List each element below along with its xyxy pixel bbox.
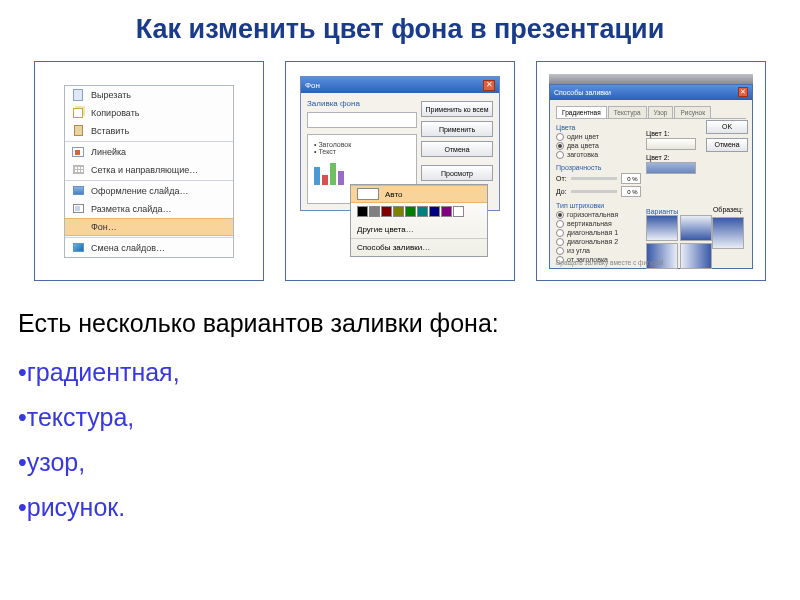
screenshot-context-menu: Вырезать Копировать Вставить Линейка Сет…	[34, 61, 264, 281]
screenshot-gradient-dialog: Способы заливки ✕ Градиентная Текстура У…	[536, 61, 766, 281]
radio-icon	[556, 211, 564, 219]
slider-icon	[571, 177, 617, 180]
variant-2	[680, 215, 712, 241]
fill-dialog-titlebar: Фон ✕	[301, 77, 499, 93]
swatch	[429, 206, 440, 217]
radio-one-label: один цвет	[567, 133, 599, 140]
ctx-grid: Сетка и направляющие…	[65, 161, 233, 179]
radio-d1-label: диагональная 1	[567, 229, 618, 236]
ctx-layout-label: Разметка слайда…	[91, 204, 171, 214]
bullet-list: •градиентная, •текстура, •узор, •рисунок…	[0, 348, 800, 522]
tab-pattern: Узор	[648, 106, 674, 118]
bullet-texture: •текстура,	[18, 403, 782, 432]
swatch	[381, 206, 392, 217]
apply-all-button: Применить ко всем	[421, 101, 493, 117]
chart-icon	[314, 163, 410, 185]
radio-horiz-label: горизонтальная	[567, 211, 618, 218]
radio-icon	[556, 247, 564, 255]
paste-icon	[74, 125, 83, 136]
slider-icon	[571, 190, 617, 193]
context-menu: Вырезать Копировать Вставить Линейка Сет…	[64, 85, 234, 258]
ctx-layout: Разметка слайда…	[65, 200, 233, 218]
label-to: До:	[556, 188, 567, 195]
cancel-button: Отмена	[706, 138, 748, 152]
trans-to: До:0 %	[556, 186, 746, 197]
ctx-paste: Вставить	[65, 122, 233, 140]
color2-box	[646, 162, 696, 174]
preview-text: • Текст	[314, 148, 410, 155]
dropdown-more-label: Другие цвета…	[357, 225, 414, 234]
preview-title: • Заголовок	[314, 141, 410, 148]
label-color2: Цвет 2:	[646, 154, 696, 161]
grid-icon	[73, 165, 84, 174]
ctx-paste-label: Вставить	[91, 126, 129, 136]
cut-icon	[73, 89, 83, 101]
swatch-row	[351, 203, 487, 220]
fill-dialog-title: Фон	[305, 81, 320, 90]
cancel-button: Отмена	[421, 141, 493, 157]
app-titlebar-stub	[549, 74, 753, 84]
bullet-gradient: •градиентная,	[18, 358, 782, 387]
dropdown-fill-ways: Способы заливки…	[351, 238, 487, 256]
radio-corner-label: из угла	[567, 247, 590, 254]
ways-dialog-title: Способы заливки	[554, 89, 611, 96]
ruler-icon	[72, 147, 84, 157]
tabs: Градиентная Текстура Узор Рисунок	[556, 106, 746, 119]
swatch	[405, 206, 416, 217]
group-variants: Варианты	[646, 208, 712, 215]
dropdown-ways-label: Способы заливки…	[357, 243, 430, 252]
copy-icon	[73, 108, 83, 118]
ctx-background: Фон…	[65, 218, 233, 236]
radio-icon	[556, 220, 564, 228]
layout-icon	[73, 204, 84, 213]
color-pickers: Цвет 1: Цвет 2:	[646, 130, 696, 178]
ctx-design: Оформление слайда…	[65, 182, 233, 200]
ctx-transition: Смена слайдов…	[65, 239, 233, 257]
color-select	[307, 112, 417, 128]
label-color1: Цвет 1:	[646, 130, 696, 137]
label-from: От:	[556, 175, 567, 182]
swatch	[369, 206, 380, 217]
bullet-pattern: •узор,	[18, 448, 782, 477]
preview-button: Просмотр	[421, 165, 493, 181]
to-value: 0 %	[621, 186, 641, 197]
radio-icon	[556, 133, 564, 141]
swatch	[357, 206, 368, 217]
slide-title: Как изменить цвет фона в презентации	[0, 0, 800, 61]
swatch	[441, 206, 452, 217]
auto-swatch	[357, 188, 379, 200]
radio-d2-label: диагональная 2	[567, 238, 618, 245]
ctx-cut: Вырезать	[65, 86, 233, 104]
tab-gradient: Градиентная	[556, 106, 607, 118]
sample-panel: Образец:	[712, 206, 744, 249]
screenshot-fill-dialog: Фон ✕ Заливка фона • Заголовок • Текст П…	[285, 61, 515, 281]
color-dropdown: Авто Другие цвета… Способы заливки…	[350, 184, 488, 257]
swatch	[417, 206, 428, 217]
ctx-copy: Копировать	[65, 104, 233, 122]
swatch	[453, 206, 464, 217]
rotate-fill-checkbox: Вращать заливку вместе с фигурой	[556, 259, 663, 266]
tab-picture: Рисунок	[674, 106, 711, 118]
radio-icon	[556, 151, 564, 159]
radio-vert-label: вертикальная	[567, 220, 612, 227]
ctx-cut-label: Вырезать	[91, 90, 131, 100]
ctx-background-label: Фон…	[91, 222, 117, 232]
ctx-design-label: Оформление слайда…	[91, 186, 188, 196]
dropdown-auto-label: Авто	[385, 190, 402, 199]
ctx-transition-label: Смена слайдов…	[91, 243, 165, 253]
close-icon: ✕	[738, 87, 748, 97]
screenshot-row: Вырезать Копировать Вставить Линейка Сет…	[0, 61, 800, 281]
variant-1	[646, 215, 678, 241]
swatch	[393, 206, 404, 217]
radio-icon	[556, 238, 564, 246]
label-sample: Образец:	[712, 206, 744, 213]
ctx-grid-label: Сетка и направляющие…	[91, 165, 198, 175]
from-value: 0 %	[621, 173, 641, 184]
bullet-picture: •рисунок.	[18, 493, 782, 522]
radio-preset-label: заготовка	[567, 151, 598, 158]
ctx-ruler-label: Линейка	[91, 147, 126, 157]
radio-two-label: два цвета	[567, 142, 599, 149]
ctx-ruler: Линейка	[65, 143, 233, 161]
ok-button: OK	[706, 120, 748, 134]
close-icon: ✕	[483, 80, 495, 91]
